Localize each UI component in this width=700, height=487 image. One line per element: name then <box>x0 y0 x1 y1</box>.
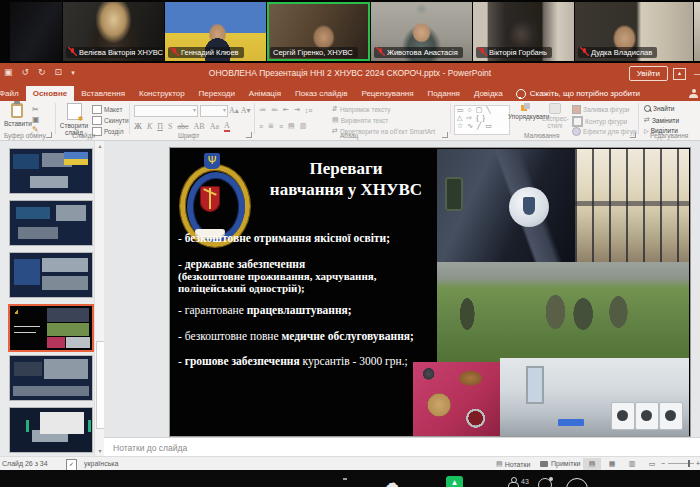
text-direction-button[interactable]: ⇵Напрямок тексту <box>332 105 391 113</box>
align-left-icon[interactable]: ≡ <box>259 123 263 130</box>
participant-tile[interactable]: Велієва Вікторія ХНУВС <box>63 2 164 61</box>
toolbar-partial-icon[interactable] <box>343 478 347 480</box>
ribbon-tab-bar: Файл Основне Вставлення Конструктор Пере… <box>0 86 700 101</box>
record-icon[interactable] <box>538 478 552 487</box>
zoom-slider[interactable] <box>668 463 694 464</box>
cloud-icon[interactable] <box>384 474 399 487</box>
shapes-gallery[interactable]: ▭ ○ ▢ ╲△ ⇨ { }☆ ∿ ╱ ▭ <box>454 105 510 135</box>
clipboard-dialog-launcher[interactable] <box>46 132 52 138</box>
bold-button[interactable]: Ж <box>134 122 142 131</box>
slide-sorter-view-button[interactable]: ▦ <box>603 458 621 470</box>
font-name-combo[interactable] <box>134 105 198 117</box>
tab-transitions[interactable]: Переходи <box>192 86 242 101</box>
slide-thumbnail[interactable] <box>10 201 92 245</box>
reactions-icon[interactable] <box>566 478 588 487</box>
tell-me-box[interactable]: Скажіть, що потрібно зробити <box>510 86 646 101</box>
find-button[interactable]: Знайти <box>644 105 674 112</box>
editing-group-label: Редагування <box>650 132 688 139</box>
participant-tile[interactable]: Геннадий Клюев <box>165 2 266 61</box>
share-screen-icon[interactable] <box>446 476 463 487</box>
photo-dormitory <box>575 149 689 262</box>
align-center-icon[interactable]: ≣ <box>268 122 274 130</box>
tab-review[interactable]: Рецензування <box>354 86 420 101</box>
shadow-button[interactable]: S <box>168 122 172 131</box>
tab-view[interactable]: Подання <box>421 86 467 101</box>
font-dialog-launcher[interactable] <box>246 132 252 138</box>
paste-icon <box>11 103 23 118</box>
ribbon-display-options-icon[interactable] <box>673 68 686 80</box>
underline-button[interactable]: П <box>157 122 163 131</box>
font-color-button[interactable]: А <box>224 121 230 132</box>
zoom-out-button[interactable]: − <box>661 460 665 467</box>
slide-thumbnail-selected[interactable] <box>10 306 92 350</box>
participants-icon[interactable] <box>508 477 518 487</box>
shape-effects-button[interactable]: Ефекти для фігур <box>572 127 637 136</box>
change-case-button[interactable]: Аа <box>210 122 219 131</box>
shape-outline-button[interactable]: Контур фігури <box>572 116 627 127</box>
participant-tile[interactable]: Вікторія Горбань <box>473 2 574 61</box>
increase-indent-icon[interactable]: ⇥ <box>294 106 300 114</box>
account-person-icon[interactable] <box>689 89 698 98</box>
strikethrough-button[interactable]: abc <box>177 122 188 131</box>
line-spacing-icon[interactable]: ↕≡ <box>305 107 313 114</box>
participant-tile-partial[interactable] <box>10 2 62 61</box>
comments-toggle[interactable]: Примітки <box>540 460 580 467</box>
slides-group-label: Слайди <box>72 132 95 139</box>
italic-button[interactable]: К <box>147 122 152 131</box>
arrange-icon <box>521 103 530 112</box>
tab-home[interactable]: Основне <box>26 86 75 101</box>
tab-file[interactable]: Файл <box>0 86 26 101</box>
section-button[interactable]: Розділ <box>92 127 123 136</box>
tab-help[interactable]: Довідка <box>467 86 510 101</box>
copy-button[interactable] <box>32 115 40 124</box>
grow-shrink-font[interactable]: А▴ А▾ <box>229 106 251 115</box>
decrease-indent-icon[interactable]: ⇤ <box>283 106 289 114</box>
quick-styles-button[interactable]: Експрес- стилі <box>542 103 568 129</box>
justify-icon[interactable]: ▤ <box>288 122 295 130</box>
participant-tile[interactable]: Дудка Владислав <box>575 2 693 61</box>
reset-button[interactable]: Скинути <box>92 116 129 125</box>
paragraph-dialog-launcher[interactable] <box>442 132 448 138</box>
zoom-in-button[interactable]: + <box>696 460 700 467</box>
columns-icon[interactable]: ▥ <box>300 122 307 130</box>
bullets-icon[interactable]: ≔ <box>259 106 266 114</box>
cut-button[interactable] <box>32 105 39 114</box>
tab-design[interactable]: Конструктор <box>132 86 192 101</box>
minimize-button[interactable]: — <box>694 69 700 79</box>
reset-icon <box>92 116 102 125</box>
participant-tile[interactable]: Животова Анастасія <box>371 2 472 61</box>
notes-pane[interactable]: Нотатки до слайда <box>104 437 700 457</box>
align-text-button[interactable]: ▤Вирівняти текст <box>332 116 388 124</box>
tab-insert[interactable]: Вставлення <box>74 86 132 101</box>
muted-mic-icon <box>69 48 76 57</box>
reading-view-button[interactable]: ▥ <box>623 458 641 470</box>
arrange-button[interactable]: Упорядкувати <box>508 103 542 120</box>
slide-thumbnail[interactable] <box>10 253 92 297</box>
slide-thumbnail[interactable] <box>10 356 92 400</box>
slide-thumbnail[interactable] <box>10 408 92 452</box>
participant-tile-active-speaker[interactable]: Сергій Гіренко, ХНУВС <box>267 2 370 61</box>
muted-mic-icon <box>581 48 588 57</box>
font-size-combo[interactable] <box>200 105 228 117</box>
tab-animations[interactable]: Анімація <box>242 86 288 101</box>
participant-name: Велієва Вікторія ХНУВС <box>79 48 163 57</box>
layout-button[interactable]: Макет <box>92 105 122 114</box>
notes-toggle[interactable]: Нотатки <box>496 460 530 468</box>
slide[interactable]: Переваги навчання у ХНУВС - безкоштовне … <box>170 148 690 436</box>
language-indicator[interactable]: українська <box>84 460 118 467</box>
paste-button[interactable]: Вставити <box>4 103 30 127</box>
slide-thumbnail[interactable] <box>10 149 92 193</box>
numbering-icon[interactable]: ≕ <box>271 106 278 114</box>
replace-button[interactable]: Замінити <box>644 116 679 124</box>
character-spacing-button[interactable]: АВ <box>194 122 205 131</box>
tab-slideshow[interactable]: Показ слайдів <box>288 86 354 101</box>
drawing-dialog-launcher[interactable] <box>630 132 636 138</box>
normal-view-button[interactable]: ▤ <box>583 458 601 470</box>
zoom-slider-handle[interactable] <box>688 460 690 467</box>
sign-in-button[interactable]: Увійти <box>629 66 668 81</box>
participant-tile-partial[interactable] <box>694 2 700 61</box>
slideshow-view-button[interactable]: ▭ <box>643 458 661 470</box>
new-slide-icon <box>67 103 82 120</box>
align-right-icon[interactable]: ≡ <box>279 123 283 130</box>
shape-fill-button[interactable]: Заливка фігури <box>572 105 629 114</box>
